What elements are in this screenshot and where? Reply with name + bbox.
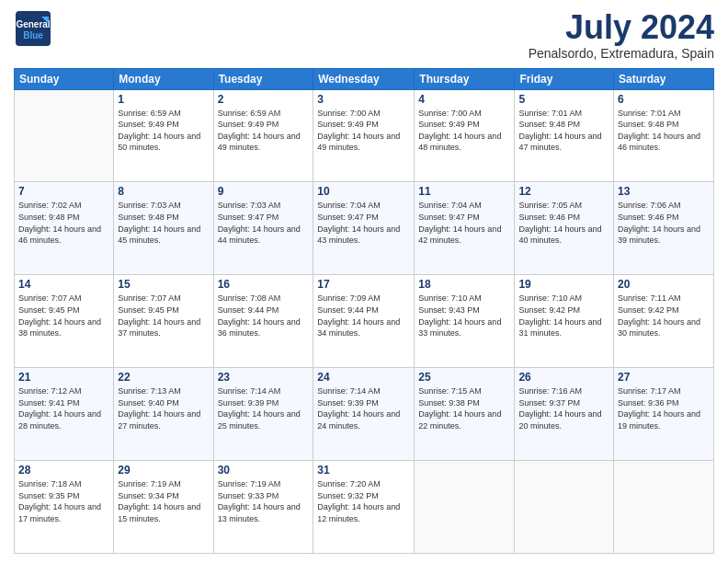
day-number: 7: [18, 185, 109, 198]
day-info: Sunrise: 7:04 AM Sunset: 9:47 PM Dayligh…: [418, 200, 510, 246]
sunrise-text: Sunrise: 7:12 AM: [18, 386, 82, 396]
table-row: 24 Sunrise: 7:14 AM Sunset: 9:39 PM Dayl…: [313, 368, 415, 461]
daylight-text: Daylight: 14 hours and 12 minutes.: [317, 502, 400, 523]
sunrise-text: Sunrise: 7:04 AM: [418, 201, 482, 210]
calendar-week-row: 14 Sunrise: 7:07 AM Sunset: 9:45 PM Dayl…: [15, 275, 714, 368]
table-row: 12 Sunrise: 7:05 AM Sunset: 9:46 PM Dayl…: [515, 182, 614, 275]
daylight-text: Daylight: 14 hours and 49 minutes.: [317, 132, 400, 153]
sunset-text: Sunset: 9:45 PM: [118, 305, 179, 315]
table-row: 27 Sunrise: 7:17 AM Sunset: 9:36 PM Dayl…: [614, 368, 714, 461]
daylight-text: Daylight: 14 hours and 48 minutes.: [418, 132, 501, 153]
daylight-text: Daylight: 14 hours and 31 minutes.: [518, 317, 601, 339]
sunrise-text: Sunrise: 7:07 AM: [18, 293, 82, 303]
daylight-text: Daylight: 14 hours and 39 minutes.: [618, 224, 700, 246]
table-row: 31 Sunrise: 7:20 AM Sunset: 9:32 PM Dayl…: [313, 461, 415, 554]
day-info: Sunrise: 7:06 AM Sunset: 9:46 PM Dayligh…: [618, 200, 710, 246]
day-info: Sunrise: 7:18 AM Sunset: 9:35 PM Dayligh…: [18, 478, 109, 524]
table-row: 2 Sunrise: 6:59 AM Sunset: 9:49 PM Dayli…: [213, 89, 313, 182]
daylight-text: Daylight: 14 hours and 19 minutes.: [618, 409, 700, 431]
sunset-text: Sunset: 9:47 PM: [317, 213, 379, 222]
day-info: Sunrise: 7:07 AM Sunset: 9:45 PM Dayligh…: [118, 293, 209, 339]
header-wednesday: Wednesday: [313, 68, 415, 89]
sunrise-text: Sunrise: 7:03 AM: [218, 201, 281, 210]
sunset-text: Sunset: 9:36 PM: [618, 398, 679, 408]
day-info: Sunrise: 7:10 AM Sunset: 9:43 PM Dayligh…: [418, 293, 510, 339]
sunset-text: Sunset: 9:41 PM: [18, 398, 80, 408]
daylight-text: Daylight: 14 hours and 43 minutes.: [317, 224, 400, 246]
table-row: 15 Sunrise: 7:07 AM Sunset: 9:45 PM Dayl…: [114, 275, 213, 368]
sunset-text: Sunset: 9:43 PM: [418, 305, 480, 315]
svg-text:General: General: [16, 19, 50, 29]
sunrise-text: Sunrise: 7:14 AM: [218, 386, 281, 396]
sunset-text: Sunset: 9:42 PM: [618, 305, 679, 315]
header-tuesday: Tuesday: [213, 68, 313, 89]
sunset-text: Sunset: 9:33 PM: [218, 491, 279, 500]
table-row: 8 Sunrise: 7:03 AM Sunset: 9:48 PM Dayli…: [114, 182, 213, 275]
table-row: 10 Sunrise: 7:04 AM Sunset: 9:47 PM Dayl…: [313, 182, 415, 275]
day-number: 19: [518, 278, 609, 291]
table-row: 20 Sunrise: 7:11 AM Sunset: 9:42 PM Dayl…: [614, 275, 714, 368]
daylight-text: Daylight: 14 hours and 13 minutes.: [218, 502, 301, 523]
table-row: 30 Sunrise: 7:19 AM Sunset: 9:33 PM Dayl…: [213, 461, 313, 554]
day-info: Sunrise: 7:01 AM Sunset: 9:48 PM Dayligh…: [518, 108, 609, 154]
calendar-week-row: 28 Sunrise: 7:18 AM Sunset: 9:35 PM Dayl…: [15, 461, 714, 554]
title-area: July 2024 Penalsordo, Extremadura, Spain: [529, 9, 714, 61]
daylight-text: Daylight: 14 hours and 47 minutes.: [518, 132, 601, 153]
day-info: Sunrise: 7:17 AM Sunset: 9:36 PM Dayligh…: [618, 385, 710, 431]
day-info: Sunrise: 7:11 AM Sunset: 9:42 PM Dayligh…: [618, 293, 710, 339]
calendar-header-row: Sunday Monday Tuesday Wednesday Thursday…: [15, 68, 714, 89]
day-info: Sunrise: 6:59 AM Sunset: 9:49 PM Dayligh…: [118, 108, 209, 154]
daylight-text: Daylight: 14 hours and 30 minutes.: [618, 317, 700, 339]
day-number: 5: [518, 93, 609, 106]
calendar-week-row: 21 Sunrise: 7:12 AM Sunset: 9:41 PM Dayl…: [15, 368, 714, 461]
day-number: 27: [618, 371, 710, 384]
sunset-text: Sunset: 9:35 PM: [18, 491, 80, 500]
table-row: 9 Sunrise: 7:03 AM Sunset: 9:47 PM Dayli…: [213, 182, 313, 275]
day-info: Sunrise: 7:19 AM Sunset: 9:33 PM Dayligh…: [218, 478, 310, 524]
sunset-text: Sunset: 9:39 PM: [317, 398, 379, 408]
month-title: July 2024: [529, 9, 714, 46]
daylight-text: Daylight: 14 hours and 22 minutes.: [418, 409, 501, 431]
table-row: 22 Sunrise: 7:13 AM Sunset: 9:40 PM Dayl…: [114, 368, 213, 461]
day-info: Sunrise: 7:05 AM Sunset: 9:46 PM Dayligh…: [518, 200, 609, 246]
day-number: 21: [18, 371, 109, 384]
day-number: 22: [118, 371, 209, 384]
sunrise-text: Sunrise: 7:17 AM: [618, 386, 681, 396]
header-friday: Friday: [515, 68, 614, 89]
calendar-week-row: 1 Sunrise: 6:59 AM Sunset: 9:49 PM Dayli…: [15, 89, 714, 182]
sunset-text: Sunset: 9:47 PM: [418, 213, 480, 222]
header-sunday: Sunday: [15, 68, 114, 89]
day-number: 29: [118, 464, 209, 477]
day-info: Sunrise: 7:10 AM Sunset: 9:42 PM Dayligh…: [518, 293, 609, 339]
table-row: [415, 461, 515, 554]
daylight-text: Daylight: 14 hours and 27 minutes.: [118, 409, 200, 431]
sunset-text: Sunset: 9:32 PM: [317, 491, 379, 500]
table-row: 28 Sunrise: 7:18 AM Sunset: 9:35 PM Dayl…: [15, 461, 114, 554]
sunrise-text: Sunrise: 7:09 AM: [317, 293, 381, 303]
table-row: 6 Sunrise: 7:01 AM Sunset: 9:48 PM Dayli…: [614, 89, 714, 182]
day-number: 6: [618, 93, 710, 106]
day-info: Sunrise: 7:04 AM Sunset: 9:47 PM Dayligh…: [317, 200, 410, 246]
sunset-text: Sunset: 9:37 PM: [518, 398, 580, 408]
daylight-text: Daylight: 14 hours and 42 minutes.: [418, 224, 501, 246]
sunrise-text: Sunrise: 7:16 AM: [518, 386, 582, 396]
day-info: Sunrise: 7:15 AM Sunset: 9:38 PM Dayligh…: [418, 385, 510, 431]
sunset-text: Sunset: 9:46 PM: [618, 213, 679, 222]
sunrise-text: Sunrise: 7:05 AM: [518, 201, 582, 210]
day-number: 20: [618, 278, 710, 291]
table-row: [15, 89, 114, 182]
day-info: Sunrise: 7:14 AM Sunset: 9:39 PM Dayligh…: [317, 385, 410, 431]
table-row: 23 Sunrise: 7:14 AM Sunset: 9:39 PM Dayl…: [213, 368, 313, 461]
sunset-text: Sunset: 9:34 PM: [118, 491, 179, 500]
day-info: Sunrise: 7:02 AM Sunset: 9:48 PM Dayligh…: [18, 200, 109, 246]
day-info: Sunrise: 7:20 AM Sunset: 9:32 PM Dayligh…: [317, 478, 410, 524]
table-row: 5 Sunrise: 7:01 AM Sunset: 9:48 PM Dayli…: [515, 89, 614, 182]
header: General Blue July 2024 Penalsordo, Extre…: [14, 9, 714, 61]
day-info: Sunrise: 7:14 AM Sunset: 9:39 PM Dayligh…: [218, 385, 310, 431]
sunrise-text: Sunrise: 7:06 AM: [618, 201, 681, 210]
svg-text:Blue: Blue: [23, 30, 43, 40]
daylight-text: Daylight: 14 hours and 46 minutes.: [18, 224, 101, 246]
daylight-text: Daylight: 14 hours and 25 minutes.: [218, 409, 301, 431]
sunset-text: Sunset: 9:48 PM: [18, 213, 80, 222]
sunrise-text: Sunrise: 6:59 AM: [118, 109, 181, 118]
